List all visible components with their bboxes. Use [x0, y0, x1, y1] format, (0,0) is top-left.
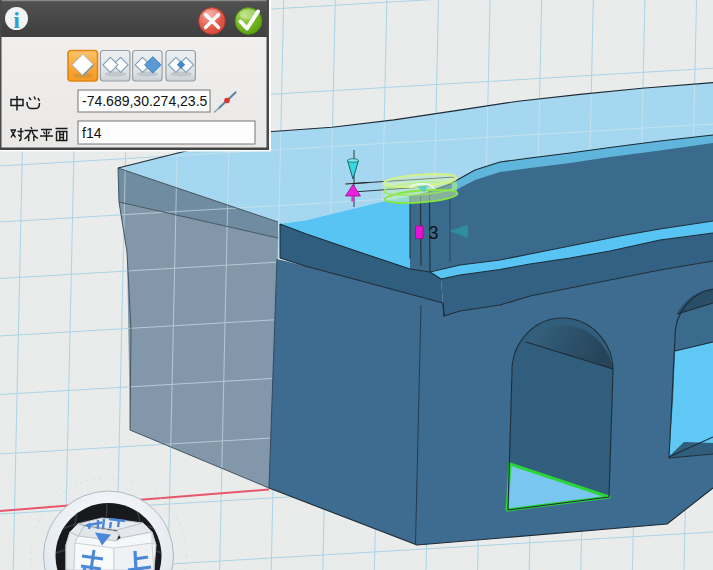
svg-text:3: 3 — [429, 223, 439, 243]
svg-text:f14: f14 — [82, 125, 102, 141]
svg-text:i: i — [13, 7, 20, 33]
svg-text:-74.689,30.274,23.5: -74.689,30.274,23.5 — [82, 93, 208, 109]
